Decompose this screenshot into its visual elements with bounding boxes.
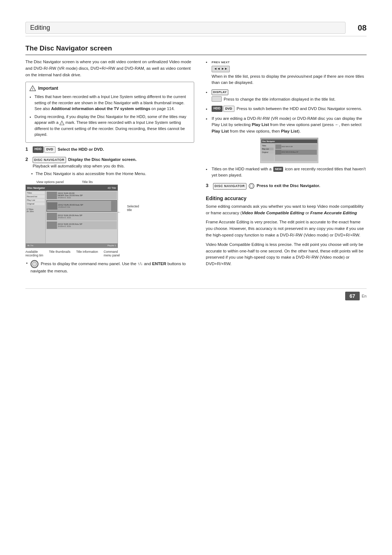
display-label: DISPLAY bbox=[212, 89, 228, 95]
step-3-number: 3 bbox=[206, 183, 211, 188]
disc-navigator-diagram: View options panel Title lits Disc Navig… bbox=[25, 180, 149, 257]
prevnext-bullet: • PREV NEXT ◄◄ ►► When in the title list… bbox=[206, 59, 367, 86]
editing-accuracy-p2: Frame Accurate Editing is very precise. … bbox=[206, 219, 367, 238]
playlist-screen: Disc Navigator Titles Play List Original bbox=[260, 138, 318, 163]
section-title: The Disc Navigator screen bbox=[25, 44, 367, 55]
intro-paragraph: The Disc Navigator screen is where you c… bbox=[25, 59, 194, 78]
important-label: Important bbox=[38, 86, 58, 91]
step-2-row: 2 DISC NAVIGATOR Display the Disc Naviga… bbox=[25, 157, 194, 170]
diagram-label-title-list: Title lits bbox=[82, 180, 93, 184]
step-1-text: Select the HDD or DVD. bbox=[58, 147, 104, 151]
diagram-selected-title-label: Selectedtitle bbox=[127, 204, 139, 212]
diagram-label-available: Availablerecording tim bbox=[25, 250, 43, 257]
dvd-btn-right: DVD bbox=[223, 106, 234, 112]
step-1-row: 1 HDD DVD Select the HDD or DVD. bbox=[25, 146, 194, 153]
step-2-subtext: Playback will automatically stop when yo… bbox=[33, 164, 125, 168]
hdd-button: HDD bbox=[33, 146, 44, 153]
svg-text:!: ! bbox=[62, 122, 62, 125]
important-header: ! Important bbox=[29, 85, 190, 92]
step2-bullet-1: The Disc Navigator is also accessible fr… bbox=[30, 171, 194, 177]
prevnext-label: PREV NEXT bbox=[212, 61, 230, 64]
disc-nav-label-2: DISC NAVIGATOR bbox=[33, 157, 66, 163]
step-3-row: 3 DISC NAVIGATOR Press to exit the Disc … bbox=[206, 183, 367, 190]
page-lang: En bbox=[362, 294, 367, 298]
step-2-text: Display the Disc Navigator screen. bbox=[68, 157, 137, 162]
page-number: 67 bbox=[345, 292, 360, 300]
diagram-top-labels: View options panel Title lits bbox=[36, 180, 149, 184]
diagram-label-info: Title information bbox=[76, 250, 98, 257]
chapter-title: Editing bbox=[25, 22, 346, 34]
important-box: ! Important Titles that have been record… bbox=[25, 82, 194, 143]
disc-nav-label-3: DISC NAVIGATOR bbox=[213, 183, 246, 190]
step-3-text: Press to exit the Disc Navigator. bbox=[257, 183, 320, 188]
hdd-dvd-bullet: • HDD DVD Press to switch between the HD… bbox=[206, 106, 367, 112]
editing-accuracy-p1: Some editing commands ask you whether yo… bbox=[206, 203, 367, 216]
hdd-btn-right: HDD bbox=[212, 106, 222, 112]
step-3-circle-icon bbox=[249, 183, 257, 188]
important-item-2: During recording, if you display the Dis… bbox=[34, 114, 190, 138]
screen-left-panel: Titles Record list Play List Original 4 … bbox=[26, 191, 46, 248]
right-column: • PREV NEXT ◄◄ ►► When in the title list… bbox=[206, 59, 367, 278]
svg-point-4 bbox=[249, 183, 254, 189]
editing-accuracy-p3: Video Mode Compatible Editing is less pr… bbox=[206, 242, 367, 267]
command-menu-text: Press to display the command menu panel.… bbox=[30, 262, 186, 273]
prev-btn-icon: ◄◄ ►► bbox=[212, 66, 230, 72]
diagram-label-view-options: View options panel bbox=[36, 180, 64, 184]
hdd-dvd-btns-right: HDD DVD bbox=[212, 106, 234, 112]
page-header: Editing 08 bbox=[25, 22, 367, 36]
step-2-content: DISC NAVIGATOR Display the Disc Navigato… bbox=[33, 157, 194, 170]
screen-body: Titles Record list Play List Original 4 … bbox=[26, 191, 118, 248]
playlist-screenshot: Disc Navigator Titles Play List Original bbox=[212, 138, 367, 163]
screen-top-bar: Disc Navigator 4D Title bbox=[26, 185, 118, 191]
diagram-label-thumbnails: Title thumbnails bbox=[49, 250, 70, 257]
diagram-label-command: Commandmenu panel bbox=[104, 250, 120, 257]
step-1-number: 1 bbox=[25, 146, 30, 152]
prevnext-text: When in the title list, press to display… bbox=[212, 74, 364, 85]
svg-text:!: ! bbox=[32, 87, 33, 91]
editing-accuracy-title: Editing accuracy bbox=[206, 195, 367, 201]
command-circle-icon bbox=[30, 260, 38, 268]
left-column: The Disc Navigator screen is where you c… bbox=[25, 59, 194, 278]
display-bullet: • DISPLAY Press to change the title info… bbox=[206, 89, 367, 102]
hdd-dvd-text: Press to switch between the HDD and DVD … bbox=[237, 106, 362, 111]
display-text: Press to change the title information di… bbox=[224, 97, 335, 101]
playlist-bullet: • If you are editing a DVD-R/-RW (VR mod… bbox=[206, 116, 367, 134]
command-menu-bullets: Press to display the command menu panel.… bbox=[25, 260, 194, 275]
svg-point-5 bbox=[250, 185, 253, 187]
display-btn-icon bbox=[212, 96, 222, 102]
command-menu-item: Press to display the command menu panel.… bbox=[25, 260, 194, 275]
diagram-screen-container: Disc Navigator 4D Title Titles Record li… bbox=[25, 185, 118, 248]
new-badge-bullet: • Titles on the HDD marked with a NEW ic… bbox=[206, 166, 367, 179]
important-list: Titles that have been recorded with a In… bbox=[29, 94, 190, 138]
hdd-dvd-buttons: HDD DVD bbox=[33, 146, 56, 153]
diagram-screen: Disc Navigator 4D Title Titles Record li… bbox=[25, 185, 118, 248]
new-badge: NEW bbox=[273, 167, 283, 172]
page-footer: 67 En bbox=[25, 288, 367, 300]
dvd-button: DVD bbox=[44, 146, 56, 153]
warning-icon: ! bbox=[29, 85, 36, 92]
diagram-bottom-labels: Availablerecording tim Title thumbnails … bbox=[25, 250, 120, 257]
step-3-content: DISC NAVIGATOR Press to exit the Disc Na… bbox=[213, 183, 367, 190]
step-1-content: HDD DVD Select the HDD or DVD. bbox=[33, 146, 194, 153]
step-2-number: 2 bbox=[25, 157, 30, 162]
step2-bullets: The Disc Navigator is also accessible fr… bbox=[30, 171, 194, 177]
chapter-number: 08 bbox=[352, 23, 367, 33]
important-item-1: Titles that have been recorded with a In… bbox=[34, 94, 190, 112]
screen-title-list: 19/12 SUN 20:00 NEWS Sun 22:00 Arts SP 2… bbox=[46, 191, 118, 248]
content-area: The Disc Navigator screen is where you c… bbox=[25, 59, 367, 278]
